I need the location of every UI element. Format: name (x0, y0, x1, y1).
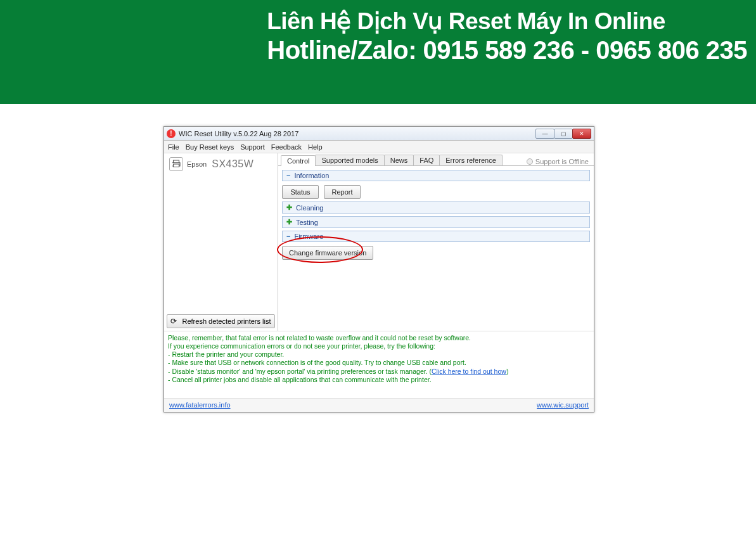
banner-line2: Hotline/Zalo: 0915 589 236 - 0965 806 23… (267, 36, 747, 65)
expand-icon: ✚ (286, 218, 292, 226)
menu-buy-reset-keys[interactable]: Buy Reset keys (186, 143, 234, 151)
section-testing-title: Testing (296, 219, 318, 226)
window-controls: — ▢ ✕ (536, 129, 591, 139)
banner-line1: Liên Hệ Dịch Vụ Reset Máy In Online (267, 8, 747, 35)
support-status-icon (527, 158, 533, 165)
content-area: Control Supported models News FAQ Errors… (278, 153, 594, 331)
app-window: ! WIC Reset Utility v.5.0.22 Aug 28 2017… (163, 126, 594, 412)
menubar: File Buy Reset keys Support Feedback Hel… (164, 141, 594, 153)
help-line: - Make sure that USB or network connecti… (168, 359, 590, 367)
section-testing[interactable]: ✚ Testing (282, 216, 590, 228)
help-link-find-out-how[interactable]: Click here to find out how (432, 368, 506, 375)
section-firmware[interactable]: − Firmware (282, 231, 590, 242)
app-body: Epson SX435W ⟳ Refresh detected printers… (164, 153, 594, 331)
printer-brand-label: Epson (187, 160, 207, 168)
change-firmware-button[interactable]: Change firmware version (282, 246, 373, 260)
minimize-button[interactable]: — (535, 129, 554, 139)
footer-right-link[interactable]: www.wic.support (537, 401, 589, 409)
section-cleaning[interactable]: ✚ Cleaning (282, 201, 590, 214)
close-button[interactable]: ✕ (572, 129, 591, 139)
maximize-button[interactable]: ▢ (554, 129, 573, 139)
support-status[interactable]: Support is Offline (527, 158, 591, 165)
tab-supported-models[interactable]: Supported models (315, 155, 384, 165)
footer-links: www.fatalerrors.info www.wic.support (164, 398, 594, 412)
help-text: Please, remember, that fatal error is no… (164, 331, 594, 398)
window-title: WIC Reset Utility v.5.0.22 Aug 28 2017 (179, 130, 536, 138)
help-line: If you experience communication errors o… (168, 342, 590, 350)
menu-support[interactable]: Support (240, 143, 265, 151)
status-button[interactable]: Status (282, 185, 319, 199)
section-cleaning-title: Cleaning (296, 204, 323, 212)
refresh-icon: ⟳ (170, 317, 177, 326)
report-button[interactable]: Report (324, 185, 361, 199)
banner-text: Liên Hệ Dịch Vụ Reset Máy In Online Hotl… (267, 8, 747, 65)
printer-model-label: SX435W (212, 158, 253, 170)
tabbar: Control Supported models News FAQ Errors… (278, 153, 594, 166)
tab-control[interactable]: Control (281, 155, 316, 166)
section-information-title: Information (294, 172, 329, 179)
section-firmware-title: Firmware (294, 233, 323, 240)
expand-icon: ✚ (286, 203, 292, 212)
help-line: Please, remember, that fatal error is no… (168, 334, 590, 342)
refresh-label: Refresh detected printers list (182, 317, 271, 325)
firmware-buttons: Change firmware version (282, 242, 590, 261)
refresh-printers-button[interactable]: ⟳ Refresh detected printers list (167, 314, 275, 328)
printer-entry[interactable]: Epson SX435W (164, 153, 278, 175)
menu-feedback[interactable]: Feedback (271, 143, 302, 151)
menu-file[interactable]: File (168, 143, 179, 151)
sidebar: Epson SX435W ⟳ Refresh detected printers… (164, 153, 278, 331)
sidebar-spacer (164, 175, 278, 312)
section-information[interactable]: − Information (282, 170, 590, 181)
support-status-label: Support is Offline (535, 158, 589, 165)
footer-left-link[interactable]: www.fatalerrors.info (169, 401, 231, 409)
information-buttons: Status Report (282, 181, 590, 200)
help-line: - Disable 'status monitor' and 'my epson… (168, 368, 590, 376)
help-line: - Restart the printer and your computer. (168, 350, 590, 359)
printer-icon (169, 157, 183, 171)
control-panel: − Information Status Report ✚ Cleaning ✚… (278, 166, 594, 331)
titlebar: ! WIC Reset Utility v.5.0.22 Aug 28 2017… (164, 127, 594, 141)
help-line: - Cancel all printer jobs and disable al… (168, 376, 590, 384)
tab-errors-reference[interactable]: Errors reference (439, 155, 502, 165)
tab-news[interactable]: News (384, 155, 414, 165)
collapse-icon: − (286, 172, 290, 179)
collapse-icon: − (286, 233, 290, 240)
tab-faq[interactable]: FAQ (413, 155, 440, 165)
menu-help[interactable]: Help (308, 143, 323, 151)
app-icon: ! (167, 129, 176, 138)
promo-banner: Liên Hệ Dịch Vụ Reset Máy In Online Hotl… (0, 0, 756, 104)
